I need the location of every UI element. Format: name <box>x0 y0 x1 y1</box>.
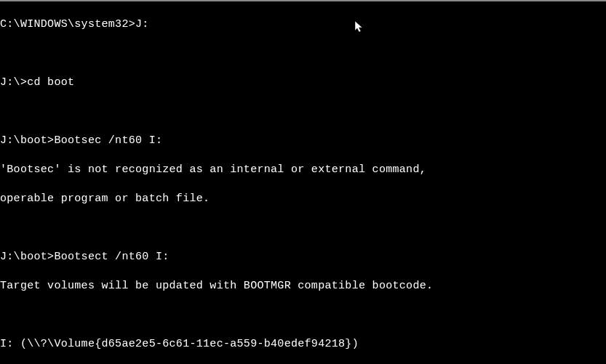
terminal-line: 'Bootsec' is not recognized as an intern… <box>0 163 606 177</box>
terminal-output[interactable]: C:\WINDOWS\system32>J: J:\>cd boot J:\bo… <box>0 1 606 364</box>
terminal-line <box>0 46 606 61</box>
terminal-line <box>0 221 606 235</box>
terminal-line: J:\boot>Bootsect /nt60 I: <box>0 250 606 264</box>
terminal-line: J:\>cd boot <box>0 76 606 90</box>
terminal-line <box>0 308 606 323</box>
terminal-line <box>0 105 606 119</box>
terminal-line: C:\WINDOWS\system32>J: <box>0 17 606 32</box>
terminal-line: Target volumes will be updated with BOOT… <box>0 279 606 294</box>
terminal-line: I: (\\?\Volume{d65ae2e5-6c61-11ec-a559-b… <box>0 337 606 352</box>
terminal-line: operable program or batch file. <box>0 192 606 206</box>
terminal-line: J:\boot>Bootsec /nt60 I: <box>0 134 606 148</box>
